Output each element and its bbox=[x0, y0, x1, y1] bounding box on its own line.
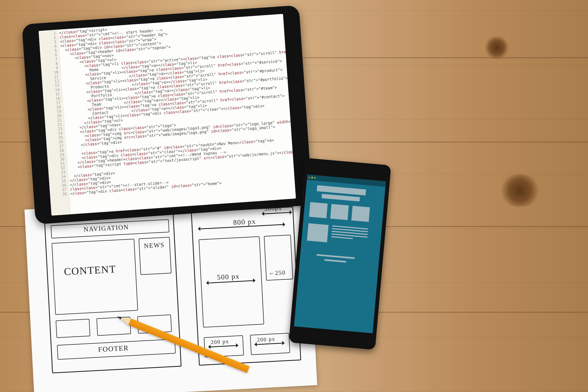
dim-200a-label: 200 px bbox=[211, 338, 229, 345]
smartphone-device bbox=[289, 158, 391, 350]
phone-mockup-screen bbox=[294, 174, 386, 333]
phone-article-image bbox=[307, 223, 329, 242]
footer-label: FOOTER bbox=[98, 344, 129, 354]
phone-subhero-block bbox=[321, 194, 360, 201]
phone-thumb-1 bbox=[309, 202, 327, 218]
status-dot-red bbox=[309, 176, 311, 178]
code-content: </class="tag">script> class=class="str">… bbox=[59, 14, 296, 214]
status-dot-green bbox=[314, 177, 316, 179]
phone-footer-bar bbox=[317, 254, 355, 259]
dim-250-label: ←250 bbox=[268, 269, 286, 277]
phone-footer-bar-2 bbox=[324, 259, 346, 263]
phone-thumb-3 bbox=[351, 206, 370, 222]
dim-500-label: 500 px bbox=[217, 272, 240, 281]
phone-thumb-2 bbox=[330, 204, 349, 220]
tablet-device: 1234567891011121314151617181920212223242… bbox=[22, 5, 313, 224]
dim-800-label: 800 px bbox=[233, 218, 256, 227]
wooden-desk-background: LOGO IMAGE BANNER NAVIGATION CONTENT NEW… bbox=[0, 0, 588, 392]
news-label: NEWS bbox=[144, 241, 165, 250]
wireframe-sketch-paper: LOGO IMAGE BANNER NAVIGATION CONTENT NEW… bbox=[24, 195, 317, 392]
phone-statusbar bbox=[307, 174, 386, 187]
dim-200b-label: 200 px bbox=[257, 336, 275, 343]
phone-article-text bbox=[331, 225, 368, 242]
code-editor-screen: 1234567891011121314151617181920212223242… bbox=[39, 14, 296, 216]
status-dot-yellow bbox=[311, 177, 313, 179]
